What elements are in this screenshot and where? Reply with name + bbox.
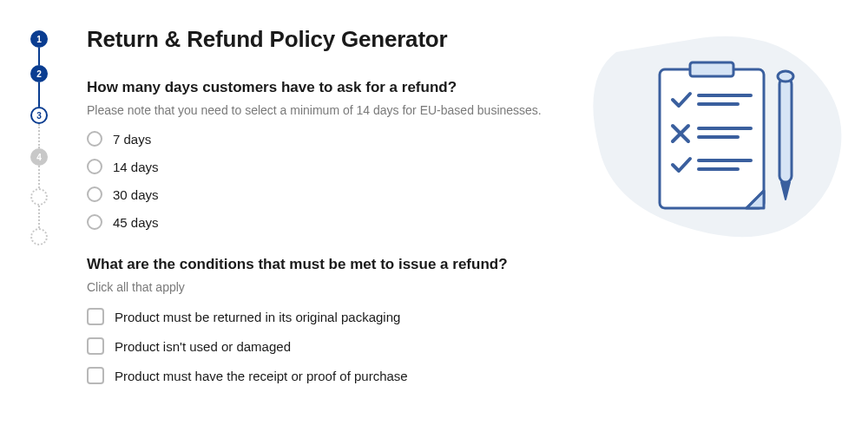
option-label: Product isn't used or damaged <box>115 339 291 354</box>
question-title: How many days customers have to ask for … <box>87 79 564 96</box>
progress-stepper: 1 2 3 4 <box>22 26 56 410</box>
option-label: Product must be returned in its original… <box>115 310 400 324</box>
radio-icon <box>87 186 102 202</box>
radio-icon <box>87 159 102 174</box>
step-connector <box>38 48 40 65</box>
radio-option-45-days[interactable]: 45 days <box>87 214 564 230</box>
option-label: 45 days <box>113 215 159 230</box>
step-1[interactable]: 1 <box>30 30 48 48</box>
form-main: Return & Refund Policy Generator How man… <box>56 26 573 410</box>
question-title: What are the conditions that must be met… <box>87 256 564 273</box>
step-connector <box>38 166 40 188</box>
radio-option-7-days[interactable]: 7 days <box>87 131 564 147</box>
step-6-placeholder <box>30 228 48 245</box>
page-title: Return & Refund Policy Generator <box>87 26 564 53</box>
step-connector <box>38 206 40 228</box>
svg-rect-10 <box>779 78 792 182</box>
option-label: 30 days <box>113 187 159 202</box>
radio-icon <box>87 214 102 230</box>
step-connector <box>38 82 40 107</box>
question-hint: Click all that apply <box>87 280 564 294</box>
checkbox-option-not-used-damaged[interactable]: Product isn't used or damaged <box>87 337 564 355</box>
step-3-current[interactable]: 3 <box>30 107 48 124</box>
radio-option-30-days[interactable]: 30 days <box>87 186 564 202</box>
step-connector <box>38 124 40 148</box>
question-refund-conditions: What are the conditions that must be met… <box>87 256 564 384</box>
step-2[interactable]: 2 <box>30 65 48 82</box>
checkbox-icon <box>87 308 104 325</box>
svg-rect-1 <box>690 62 733 76</box>
checkbox-icon <box>87 367 104 384</box>
step-4: 4 <box>30 148 48 166</box>
checkbox-option-receipt[interactable]: Product must have the receipt or proof o… <box>87 367 564 384</box>
svg-point-11 <box>778 71 793 82</box>
option-label: Product must have the receipt or proof o… <box>115 369 408 383</box>
question-hint: Please note that you need to select a mi… <box>87 103 564 117</box>
question-refund-days: How many days customers have to ask for … <box>87 79 564 230</box>
step-5-placeholder <box>30 188 48 206</box>
checkbox-option-original-packaging[interactable]: Product must be returned in its original… <box>87 308 564 325</box>
radio-option-14-days[interactable]: 14 days <box>87 159 564 174</box>
checklist-illustration <box>573 26 851 410</box>
option-label: 7 days <box>113 132 151 147</box>
option-label: 14 days <box>113 160 159 174</box>
radio-icon <box>87 131 102 147</box>
checkbox-icon <box>87 337 104 355</box>
